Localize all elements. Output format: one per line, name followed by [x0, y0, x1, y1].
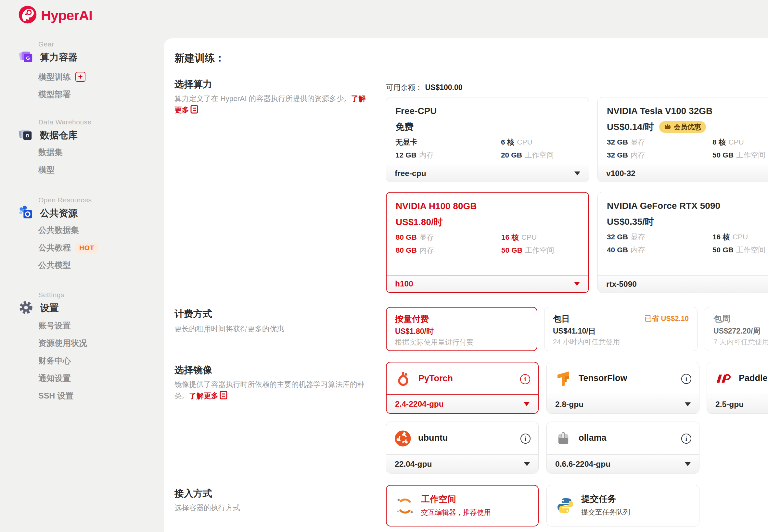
info-icon[interactable] — [681, 434, 691, 444]
billing-desc: 7 天内可任意使用 — [713, 337, 768, 347]
spec-unit: 内存 — [419, 246, 434, 254]
spec-unit: 内存 — [419, 151, 434, 159]
page-title: 新建训练： — [174, 51, 225, 65]
sidebar-item-account-settings[interactable]: 账号设置 — [38, 320, 71, 331]
gpu-card-free-cpu[interactable]: Free-CPU 免费 无显卡 6 核CPU 12 GB内存 20 GB工作空间… — [386, 97, 589, 182]
python-icon — [555, 496, 575, 516]
public-resources-icon — [19, 205, 33, 222]
image-name: TensorFlow — [579, 373, 627, 383]
docs-book-icon[interactable] — [220, 391, 227, 403]
gpu-price: US$0.35/时 — [607, 216, 654, 228]
image-card-paddle[interactable]: Paddle 2.5-gpu — [707, 362, 768, 414]
image-version-dropdown[interactable]: 2.4-2204-gpu — [387, 394, 538, 413]
info-icon[interactable] — [520, 434, 531, 444]
sidebar-subitem-label: 公共模型 — [38, 260, 71, 271]
svg-text:D: D — [26, 133, 29, 138]
spec-unit: 工作空间 — [525, 246, 554, 254]
sidebar-item-finance-center[interactable]: 财务中心 — [38, 355, 71, 366]
compute-section-title: 选择算力 — [174, 78, 212, 91]
spec-value: 32 GB — [607, 138, 628, 146]
brand-logo[interactable]: HyperAI — [18, 5, 92, 25]
sidebar-item-settings[interactable]: 设置 — [19, 300, 59, 316]
gpu-plan-dropdown[interactable]: rtx-5090 — [598, 275, 768, 293]
spec-unit: CPU — [728, 138, 744, 146]
billing-section-title: 计费方式 — [174, 308, 212, 321]
sidebar-item-public-tutorials[interactable]: 公共教程 HOT — [38, 242, 98, 253]
spec-unit: 工作空间 — [736, 151, 765, 159]
sidebar-item-public-datasets[interactable]: 公共数据集 — [38, 225, 79, 235]
image-version-dropdown[interactable]: 2.5-gpu — [707, 395, 768, 413]
image-version-dropdown[interactable]: 0.6.6-2204-gpu — [547, 454, 699, 473]
pytorch-icon — [394, 370, 413, 388]
sidebar-subitem-label: 公共数据集 — [38, 225, 79, 235]
image-card-pytorch-selected[interactable]: PyTorch 2.4-2204-gpu — [386, 362, 539, 414]
sidebar-item-ssh-settings[interactable]: SSH 设置 — [38, 390, 73, 401]
spec-value: 8 核 — [712, 138, 726, 146]
spec-value: 50 GB — [712, 151, 734, 159]
dropdown-value: free-cpu — [395, 169, 426, 178]
info-icon[interactable] — [681, 374, 691, 384]
spec-unit: CPU — [733, 233, 748, 241]
image-version-dropdown[interactable]: 2.8-gpu — [547, 395, 699, 413]
sidebar-item-compute-container[interactable]: G 算力容器 — [19, 49, 78, 66]
spec-value: 50 GB — [501, 246, 522, 254]
spec-unit: 工作空间 — [736, 246, 765, 254]
billing-desc: 24 小时内可任意使用 — [553, 337, 620, 347]
sidebar-item-resource-usage[interactable]: 资源使用状况 — [38, 338, 87, 348]
image-card-ollama[interactable]: ollama 0.6.6-2204-gpu — [546, 422, 699, 474]
sidebar-item-public-models[interactable]: 公共模型 — [38, 260, 71, 271]
billing-card-pay-as-you-go-selected[interactable]: 按量付费 US$1.80/时 根据实际使用量进行付费 — [386, 307, 537, 351]
spec-unit: 显存 — [419, 233, 434, 241]
sidebar-subitem-label: 资源使用状况 — [38, 338, 87, 348]
access-section-desc: 选择容器的执行方式 — [174, 502, 240, 513]
access-card-workspace-selected[interactable]: 工作空间 交互编辑器，推荐使用 — [386, 485, 539, 526]
billing-card-weekly-disabled[interactable]: 包周 US$272.20/周 7 天内可任意使用 — [705, 307, 768, 351]
sidebar-item-notification-settings[interactable]: 通知设置 — [38, 373, 71, 384]
sidebar-item-model-deploy[interactable]: 模型部署 — [38, 89, 71, 100]
gpu-plan-dropdown[interactable]: h100 — [387, 275, 588, 292]
gpu-plan-dropdown[interactable]: v100-32 — [598, 165, 768, 182]
savings-badge: 已省 US$2.10 — [645, 314, 689, 323]
compute-section-desc: 算力定义了在 HyperAI 的容器执行所提供的资源多少。了解更多 — [174, 93, 372, 117]
info-icon[interactable] — [520, 374, 530, 384]
sidebar-item-public-resources[interactable]: 公共资源 — [19, 205, 78, 222]
gpu-specs: 32 GB显存 8 核CPU 32 GB内存 50 GB工作空间 — [607, 137, 768, 160]
dropdown-value: v100-32 — [606, 169, 635, 178]
image-version-dropdown[interactable]: 22.04-gpu — [386, 454, 538, 473]
docs-book-icon[interactable] — [190, 105, 198, 117]
balance-value: US$100.00 — [425, 83, 463, 92]
dropdown-value: 22.04-gpu — [395, 460, 432, 469]
billing-card-daily[interactable]: 包日 已省 US$2.10 US$41.10/日 24 小时内可任意使用 — [544, 307, 698, 351]
sidebar-subitem-label: 模型训练 — [38, 71, 71, 82]
spec-value: 12 GB — [395, 151, 416, 159]
access-desc: 交互编辑器，推荐使用 — [421, 508, 491, 517]
sidebar-item-datasets[interactable]: 数据集 — [38, 147, 63, 158]
gpu-plan-dropdown[interactable]: free-cpu — [386, 165, 589, 182]
gpu-name: NVIDIA Tesla V100 32GB — [607, 106, 712, 116]
sidebar-section-label-data-warehouse: Data Warehouse — [38, 118, 92, 126]
access-card-submit-task[interactable]: 提交任务 提交至任务队列 — [546, 485, 699, 526]
gear-icon — [19, 300, 33, 316]
sidebar-item-model-training[interactable]: 模型训练 — [38, 71, 85, 82]
ollama-icon — [554, 429, 573, 448]
chevron-down-icon — [524, 402, 530, 406]
gpu-card-v100[interactable]: NVIDIA Tesla V100 32GB US$0.14/时 会员优惠 32… — [597, 97, 768, 182]
image-learn-more-link[interactable]: 了解更多 — [189, 392, 218, 400]
image-card-ubuntu[interactable]: ubuntu 22.04-gpu — [386, 422, 539, 474]
sidebar-item-data-warehouse[interactable]: D 数据仓库 — [19, 127, 78, 144]
access-section-title: 接入方式 — [174, 487, 212, 500]
add-training-icon[interactable] — [75, 72, 85, 82]
sidebar-item-label: 设置 — [40, 302, 59, 315]
image-name: ubuntu — [418, 433, 448, 443]
gpu-card-h100-selected[interactable]: NVIDIA H100 80GB US$1.80/时 80 GB显存 16 核C… — [386, 192, 589, 293]
sidebar-item-label: 数据仓库 — [40, 129, 78, 142]
access-desc: 提交至任务队列 — [581, 507, 630, 517]
gpu-card-rtx-5090[interactable]: NVIDIA GeForce RTX 5090 US$0.35/时 32 GB显… — [597, 192, 768, 293]
gpu-specs: 32 GB显存 16 核CPU 40 GB内存 50 GB工作空间 — [607, 232, 768, 255]
sidebar-subitem-label: 账号设置 — [38, 320, 71, 331]
image-card-tensorflow[interactable]: TensorFlow 2.8-gpu — [546, 362, 699, 414]
tensorflow-icon — [554, 369, 573, 388]
sidebar-item-models[interactable]: 模型 — [38, 164, 55, 175]
spec-value: 16 核 — [712, 233, 730, 241]
image-section-desc: 镜像提供了容器执行时所依赖的主要的机器学习算法库的种类。了解更多 — [174, 379, 376, 403]
